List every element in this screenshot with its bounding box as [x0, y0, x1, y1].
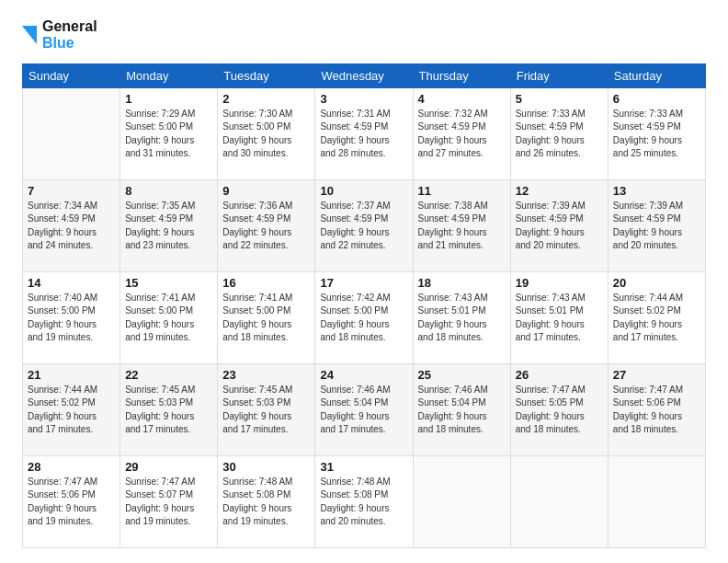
calendar-cell: 24Sunrise: 7:46 AM Sunset: 5:04 PM Dayli…: [315, 363, 413, 455]
calendar-cell: 15Sunrise: 7:41 AM Sunset: 5:00 PM Dayli…: [120, 271, 218, 363]
calendar-cell: 30Sunrise: 7:48 AM Sunset: 5:08 PM Dayli…: [218, 455, 315, 547]
day-number: 18: [418, 276, 506, 290]
day-info: Sunrise: 7:30 AM Sunset: 5:00 PM Dayligh…: [222, 108, 310, 161]
calendar-cell: 27Sunrise: 7:47 AM Sunset: 5:06 PM Dayli…: [608, 363, 705, 455]
weekday-header: Saturday: [608, 63, 705, 87]
calendar-cell: 5Sunrise: 7:33 AM Sunset: 4:59 PM Daylig…: [510, 87, 608, 179]
day-info: Sunrise: 7:44 AM Sunset: 5:02 PM Dayligh…: [28, 384, 115, 437]
day-info: Sunrise: 7:47 AM Sunset: 5:06 PM Dayligh…: [613, 384, 700, 437]
weekday-header: Monday: [120, 63, 218, 87]
day-number: 4: [418, 92, 506, 106]
day-number: 30: [222, 460, 310, 474]
calendar-cell: 2Sunrise: 7:30 AM Sunset: 5:00 PM Daylig…: [218, 87, 315, 179]
calendar-cell: 25Sunrise: 7:46 AM Sunset: 5:04 PM Dayli…: [413, 363, 510, 455]
calendar-week-row: 21Sunrise: 7:44 AM Sunset: 5:02 PM Dayli…: [23, 363, 706, 455]
day-info: Sunrise: 7:41 AM Sunset: 5:00 PM Dayligh…: [125, 292, 212, 345]
day-info: Sunrise: 7:41 AM Sunset: 5:00 PM Dayligh…: [222, 292, 310, 345]
calendar-cell: [23, 87, 120, 179]
day-number: 15: [125, 276, 212, 290]
day-number: 31: [320, 460, 407, 474]
day-info: Sunrise: 7:35 AM Sunset: 4:59 PM Dayligh…: [125, 200, 212, 253]
day-number: 27: [613, 368, 700, 382]
day-info: Sunrise: 7:42 AM Sunset: 5:00 PM Dayligh…: [320, 292, 407, 345]
day-info: Sunrise: 7:33 AM Sunset: 4:59 PM Dayligh…: [516, 108, 603, 161]
calendar-cell: 9Sunrise: 7:36 AM Sunset: 4:59 PM Daylig…: [218, 179, 315, 271]
day-number: 2: [222, 92, 310, 106]
calendar-cell: 3Sunrise: 7:31 AM Sunset: 4:59 PM Daylig…: [315, 87, 413, 179]
day-info: Sunrise: 7:34 AM Sunset: 4:59 PM Dayligh…: [28, 200, 115, 253]
calendar-cell: 18Sunrise: 7:43 AM Sunset: 5:01 PM Dayli…: [413, 271, 510, 363]
calendar-week-row: 7Sunrise: 7:34 AM Sunset: 4:59 PM Daylig…: [23, 179, 706, 271]
day-info: Sunrise: 7:43 AM Sunset: 5:01 PM Dayligh…: [516, 292, 603, 345]
logo: GeneralBlue: [22, 18, 97, 52]
weekday-header: Friday: [510, 63, 608, 87]
svg-marker-0: [22, 26, 37, 44]
day-number: 19: [516, 276, 603, 290]
day-number: 8: [125, 184, 212, 198]
day-number: 9: [222, 184, 310, 198]
day-info: Sunrise: 7:32 AM Sunset: 4:59 PM Dayligh…: [418, 108, 506, 161]
day-info: Sunrise: 7:37 AM Sunset: 4:59 PM Dayligh…: [320, 200, 407, 253]
day-info: Sunrise: 7:33 AM Sunset: 4:59 PM Dayligh…: [613, 108, 700, 161]
day-number: 7: [28, 184, 115, 198]
calendar-cell: 22Sunrise: 7:45 AM Sunset: 5:03 PM Dayli…: [120, 363, 218, 455]
day-number: 3: [320, 92, 407, 106]
calendar-cell: 1Sunrise: 7:29 AM Sunset: 5:00 PM Daylig…: [120, 87, 218, 179]
calendar-cell: 6Sunrise: 7:33 AM Sunset: 4:59 PM Daylig…: [608, 87, 705, 179]
day-info: Sunrise: 7:47 AM Sunset: 5:05 PM Dayligh…: [516, 384, 603, 437]
calendar-cell: 20Sunrise: 7:44 AM Sunset: 5:02 PM Dayli…: [608, 271, 705, 363]
day-number: 17: [320, 276, 407, 290]
calendar-cell: 13Sunrise: 7:39 AM Sunset: 4:59 PM Dayli…: [608, 179, 705, 271]
weekday-header: Thursday: [413, 63, 510, 87]
weekday-header: Sunday: [23, 63, 120, 87]
logo-triangle-icon: [22, 26, 37, 44]
day-info: Sunrise: 7:46 AM Sunset: 5:04 PM Dayligh…: [320, 384, 407, 437]
calendar-cell: 14Sunrise: 7:40 AM Sunset: 5:00 PM Dayli…: [23, 271, 120, 363]
day-number: 6: [613, 92, 700, 106]
day-number: 22: [125, 368, 212, 382]
day-info: Sunrise: 7:38 AM Sunset: 4:59 PM Dayligh…: [418, 200, 506, 253]
day-number: 1: [125, 92, 212, 106]
calendar-cell: 16Sunrise: 7:41 AM Sunset: 5:00 PM Dayli…: [218, 271, 315, 363]
day-info: Sunrise: 7:29 AM Sunset: 5:00 PM Dayligh…: [125, 108, 212, 161]
day-number: 11: [418, 184, 506, 198]
day-number: 25: [418, 368, 506, 382]
calendar-cell: 26Sunrise: 7:47 AM Sunset: 5:05 PM Dayli…: [510, 363, 608, 455]
calendar-cell: 11Sunrise: 7:38 AM Sunset: 4:59 PM Dayli…: [413, 179, 510, 271]
calendar-cell: 28Sunrise: 7:47 AM Sunset: 5:06 PM Dayli…: [23, 455, 120, 547]
day-number: 13: [613, 184, 700, 198]
day-info: Sunrise: 7:47 AM Sunset: 5:06 PM Dayligh…: [28, 476, 115, 529]
calendar-cell: 4Sunrise: 7:32 AM Sunset: 4:59 PM Daylig…: [413, 87, 510, 179]
calendar-cell: 19Sunrise: 7:43 AM Sunset: 5:01 PM Dayli…: [510, 271, 608, 363]
calendar-cell: 31Sunrise: 7:48 AM Sunset: 5:08 PM Dayli…: [315, 455, 413, 547]
weekday-header: Wednesday: [315, 63, 413, 87]
calendar-table: SundayMondayTuesdayWednesdayThursdayFrid…: [22, 63, 706, 548]
day-info: Sunrise: 7:44 AM Sunset: 5:02 PM Dayligh…: [613, 292, 700, 345]
calendar-cell: [510, 455, 608, 547]
day-info: Sunrise: 7:31 AM Sunset: 4:59 PM Dayligh…: [320, 108, 407, 161]
day-number: 28: [28, 460, 115, 474]
header: GeneralBlue: [22, 18, 706, 52]
page: GeneralBlue SundayMondayTuesdayWednesday…: [0, 0, 728, 563]
day-number: 24: [320, 368, 407, 382]
calendar-cell: 8Sunrise: 7:35 AM Sunset: 4:59 PM Daylig…: [120, 179, 218, 271]
day-info: Sunrise: 7:48 AM Sunset: 5:08 PM Dayligh…: [320, 476, 407, 529]
day-number: 23: [222, 368, 310, 382]
calendar-cell: 7Sunrise: 7:34 AM Sunset: 4:59 PM Daylig…: [23, 179, 120, 271]
calendar-cell: 12Sunrise: 7:39 AM Sunset: 4:59 PM Dayli…: [510, 179, 608, 271]
day-info: Sunrise: 7:40 AM Sunset: 5:00 PM Dayligh…: [28, 292, 115, 345]
calendar-cell: 17Sunrise: 7:42 AM Sunset: 5:00 PM Dayli…: [315, 271, 413, 363]
day-info: Sunrise: 7:39 AM Sunset: 4:59 PM Dayligh…: [613, 200, 700, 253]
calendar-week-row: 1Sunrise: 7:29 AM Sunset: 5:00 PM Daylig…: [23, 87, 706, 179]
day-number: 5: [516, 92, 603, 106]
day-number: 20: [613, 276, 700, 290]
calendar-cell: 29Sunrise: 7:47 AM Sunset: 5:07 PM Dayli…: [120, 455, 218, 547]
day-number: 12: [516, 184, 603, 198]
calendar-cell: 21Sunrise: 7:44 AM Sunset: 5:02 PM Dayli…: [23, 363, 120, 455]
calendar-cell: [608, 455, 705, 547]
day-number: 16: [222, 276, 310, 290]
calendar-week-row: 28Sunrise: 7:47 AM Sunset: 5:06 PM Dayli…: [23, 455, 706, 547]
day-info: Sunrise: 7:45 AM Sunset: 5:03 PM Dayligh…: [222, 384, 310, 437]
logo-blue-text: Blue: [42, 35, 97, 52]
calendar-cell: [413, 455, 510, 547]
